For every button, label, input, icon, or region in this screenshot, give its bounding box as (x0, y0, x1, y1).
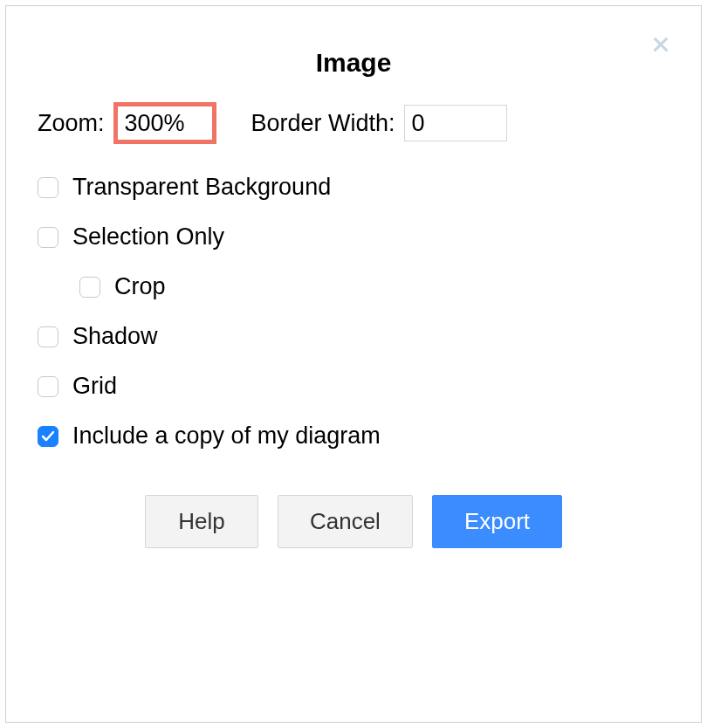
export-button[interactable]: Export (432, 495, 562, 548)
selection-only-label: Selection Only (72, 223, 224, 251)
checkbox-row-selection: Selection Only (38, 223, 669, 251)
help-button[interactable]: Help (145, 495, 258, 548)
checkbox-row-include-copy: Include a copy of my diagram (38, 422, 669, 450)
dialog-title: Image (38, 48, 669, 78)
grid-checkbox[interactable] (38, 376, 58, 397)
crop-checkbox[interactable] (79, 277, 100, 298)
include-copy-checkbox[interactable] (38, 426, 58, 447)
zoom-label: Zoom: (38, 110, 105, 137)
input-row: Zoom: Border Width: (38, 102, 669, 144)
close-icon (651, 35, 670, 58)
include-copy-label: Include a copy of my diagram (72, 422, 381, 450)
zoom-highlight (113, 102, 216, 144)
close-button[interactable] (647, 32, 675, 60)
checkbox-row-crop: Crop (79, 273, 669, 300)
border-width-input[interactable] (404, 105, 507, 141)
checkbox-row-shadow: Shadow (38, 323, 669, 350)
checkbox-row-transparent: Transparent Background (38, 174, 669, 201)
selection-only-checkbox[interactable] (38, 227, 58, 248)
shadow-label: Shadow (72, 323, 158, 350)
zoom-input[interactable] (118, 106, 212, 140)
export-image-dialog: Image Zoom: Border Width: Transparent Ba… (5, 5, 702, 723)
checkbox-row-grid: Grid (38, 373, 669, 400)
button-row: Help Cancel Export (38, 495, 669, 548)
transparent-bg-label: Transparent Background (72, 174, 331, 201)
grid-label: Grid (72, 373, 117, 400)
transparent-bg-checkbox[interactable] (38, 177, 58, 198)
shadow-checkbox[interactable] (38, 326, 58, 347)
crop-label: Crop (114, 273, 166, 300)
cancel-button[interactable]: Cancel (278, 495, 413, 548)
border-width-label: Border Width: (251, 110, 395, 137)
